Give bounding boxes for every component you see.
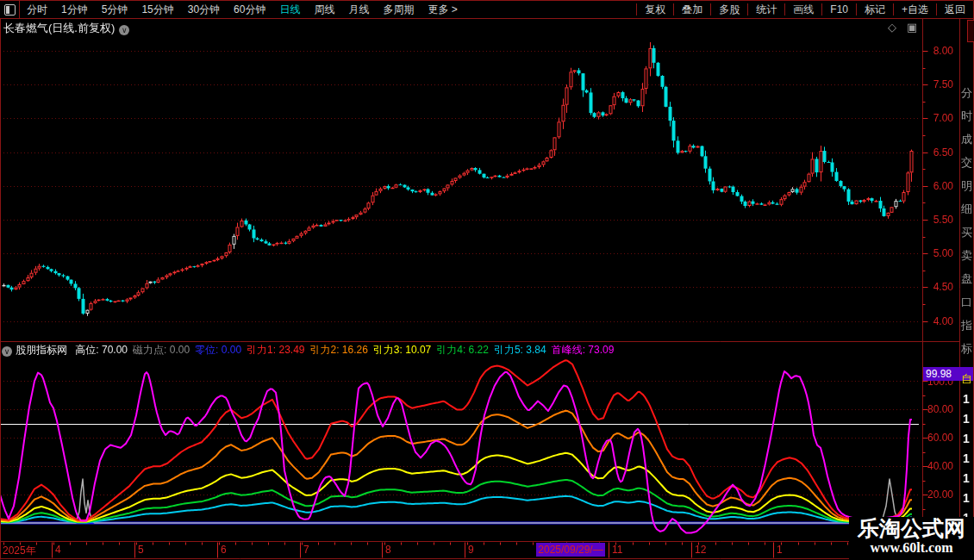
clipped-quote-digit: 1 [963,432,970,445]
toolbar-action-7[interactable]: +自选 [893,3,936,16]
panel-toggle-icon[interactable]: ▣ [907,21,927,34]
indicator-param-首峰线: 首峰线: 73.09 [552,344,615,356]
toolbar-action-3[interactable]: 统计 [747,3,784,16]
timeline-month-label: 12 [695,544,706,556]
price-tick-label: 6.00 [915,180,953,192]
toolbar-action-4[interactable]: 画线 [784,3,821,16]
stock-title: 长春燃气(日线.前复权)∨ [3,21,129,36]
indicator-param-引力3: 引力3: 10.07 [373,344,431,356]
clipped-quote-digit: 1 [963,471,970,485]
diamond-icon[interactable]: ◇ [888,21,907,34]
toolbar-action-0[interactable]: 复权 [636,3,673,16]
clipped-text-fragment: 口 [961,295,972,310]
period-tab-3[interactable]: 15分钟 [134,3,180,17]
period-tab-6[interactable]: 日线 [272,3,307,17]
clipped-text-fragment: 明 [961,178,972,194]
clipped-text-fragment: 指 [961,318,972,333]
indicator-tick-label: 40.00 [915,460,953,472]
clipped-text-fragment: 卖 [961,248,972,264]
period-tab-8[interactable]: 月线 [341,3,376,17]
window-split-button[interactable] [0,1,20,18]
toolbar-action-2[interactable]: 多股 [710,3,747,16]
clipped-quote-digit: 1 [963,491,970,505]
indicator-param-引力5: 引力5: 3.84 [494,344,546,356]
indicator-param-磁力点: 磁力点: 0.00 [133,344,190,356]
stock-title-text: 长春燃气(日线.前复权) [3,22,115,34]
price-tick-label: 4.00 [915,315,953,327]
clipped-text-fragment: 交 [961,155,972,171]
clipped-text-fragment: 细 [961,202,972,217]
period-tab-1[interactable]: 1分钟 [54,3,95,17]
clipped-quote-digit: 1 [963,451,970,465]
indicator-param-高位: 高位: 70.00 [75,344,128,356]
period-tab-4[interactable]: 30分钟 [181,3,227,17]
period-tab-10[interactable]: 更多 > [421,3,464,17]
chart-canvas[interactable] [0,0,974,560]
toolbar-action-8[interactable]: 返回 [936,3,973,16]
period-tab-7[interactable]: 周线 [307,3,341,17]
indicator-param-零位: 零位: 0.00 [195,344,241,356]
timeline-month-label: 8 [385,544,391,556]
clipped-text-fragment: 买 [961,225,972,240]
period-tabs: 分时1分钟5分钟15分钟30分钟60分钟日线周线月线多周期更多 > [20,3,465,17]
toolbar-action-6[interactable]: 标记 [856,3,893,16]
window-split-icon [4,4,16,16]
clipped-text-fragment: 自 [961,371,972,387]
price-tick-label: 6.50 [915,146,953,159]
period-tab-9[interactable]: 多周期 [376,3,421,17]
toolbar-actions: 复权叠加多股统计画线F10标记+自选返回 [636,1,973,18]
period-tab-0[interactable]: 分时 [20,3,54,17]
price-tick-label: 5.00 [915,247,953,259]
timeline-month-label: 7 [303,544,309,556]
toolbar-action-1[interactable]: 叠加 [673,3,710,16]
indicator-param-引力4: 引力4: 6.22 [436,344,489,356]
period-tab-2[interactable]: 5分钟 [95,3,135,17]
price-tick-label: 4.50 [915,281,953,293]
timeline-month-label: 6 [221,544,227,556]
watermark-url: www.60lt.com [849,540,974,556]
indicator-tick-label: 60.00 [915,432,953,444]
timeline-date-badge: 2025/09/29/— [536,543,605,557]
timeline: 2025年 45678911121 2025/09/29/— [0,542,922,558]
chevron-down-circle-icon[interactable]: ∨ [119,25,129,35]
indicator-param-引力1: 引力1: 23.49 [247,344,304,356]
title-bar: 长春燃气(日线.前复权)∨ ◇▣ [0,19,922,34]
chevron-down-circle-icon[interactable]: ∨ [2,346,12,357]
indicator-name[interactable]: 股朋指标网 [16,344,67,356]
clipped-text-fragment: 时 [961,109,972,124]
clipped-text-fragment: 盘 [961,271,972,287]
clipped-right-panel: 分时成交明细买卖盘口指标自11111111 [960,18,974,560]
timeline-month-label: 11 [612,544,622,556]
price-tick-label: 5.50 [915,214,953,226]
timeline-month-label: 9 [468,544,474,556]
period-toolbar: 分时1分钟5分钟15分钟30分钟60分钟日线周线月线多周期更多 > 复权叠加多股… [0,0,973,19]
clipped-text-fragment: 分 [961,85,972,101]
clipped-quote-digit: 1 [963,412,970,426]
title-bar-icons: ◇▣ [888,21,927,34]
price-tick-label: 7.00 [915,112,953,124]
watermark-site-name: 乐淘公式网 [849,517,974,540]
clipped-text-fragment: 标 [961,341,972,357]
indicator-params: 高位: 70.00磁力点: 0.00零位: 0.00引力1: 23.49引力2:… [75,344,619,356]
indicator-header: ∨股朋指标网 高位: 70.00磁力点: 0.00零位: 0.00引力1: 23… [2,343,624,357]
app-window: { "toolbar": { "left_items": [ {"label":… [0,0,974,560]
period-tab-5[interactable]: 60分钟 [227,3,272,17]
clipped-text-fragment: 成 [961,132,972,147]
watermark: 乐淘公式网 www.60lt.com [849,517,974,560]
timeline-year-label: 2025年 [3,544,36,558]
indicator-param-引力2: 引力2: 16.26 [309,344,367,356]
timeline-month-label: 1 [777,544,783,556]
timeline-month-label: 5 [138,544,144,556]
timeline-month-label: 4 [55,544,61,556]
toolbar-action-5[interactable]: F10 [821,3,856,16]
indicator-tick-label: 20.00 [915,488,953,501]
clipped-quote-digit: 1 [963,392,970,406]
indicator-tick-label: 80.00 [915,403,953,415]
price-tick-label: 7.50 [915,78,953,90]
price-tick-label: 8.00 [915,45,953,57]
